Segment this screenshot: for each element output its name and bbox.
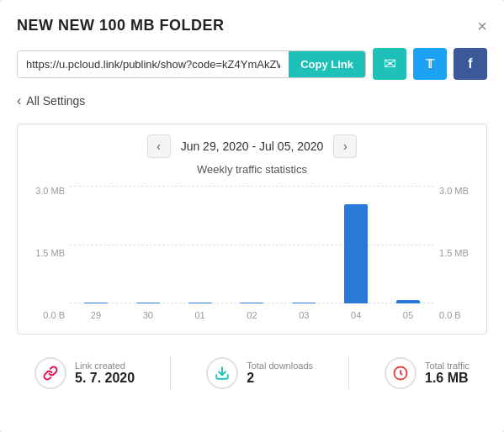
bar-col-03 — [292, 186, 316, 303]
date-range: Jun 29, 2020 - Jul 05, 2020 — [181, 140, 324, 153]
traffic-icon-wrap — [385, 357, 416, 389]
bar-04 — [344, 204, 368, 303]
y-label-mid-left: 1.5 MB — [35, 248, 65, 258]
stat-divider-1 — [170, 356, 171, 390]
back-arrow-icon: ‹ — [17, 93, 21, 108]
back-row[interactable]: ‹ All Settings — [17, 93, 487, 108]
email-icon: ✉ — [384, 55, 396, 73]
stat-divider-2 — [348, 356, 349, 390]
stat-downloads-text: Total downloads 2 — [247, 361, 313, 386]
modal-header: NEW NEW 100 MB FOLDER × — [17, 17, 487, 34]
bar-30 — [136, 303, 160, 303]
bar-05 — [396, 300, 420, 303]
y-label-bot-right: 0.0 B — [439, 310, 461, 320]
facebook-icon: f — [468, 56, 472, 71]
x-labels: 29 30 01 02 03 04 05 — [70, 310, 434, 320]
twitter-icon: 𝕋 — [426, 57, 434, 71]
bar-col-05 — [396, 186, 420, 303]
stat-link-created: Link created 5. 7. 2020 — [34, 357, 135, 389]
email-share-button[interactable]: ✉ — [373, 48, 406, 80]
bar-02 — [240, 303, 263, 303]
bar-01 — [188, 303, 212, 303]
prev-arrow-icon: ‹ — [157, 140, 161, 153]
stat-traffic-text: Total traffic 1.6 MB — [425, 361, 470, 386]
traffic-label: Total traffic — [425, 361, 470, 371]
stats-row: Link created 5. 7. 2020 Total downloads … — [17, 348, 487, 393]
bars-row — [70, 186, 434, 303]
link-input[interactable] — [18, 51, 289, 77]
bar-col-29 — [84, 186, 108, 303]
chart-area: 3.0 MB 1.5 MB 0.0 B — [31, 186, 473, 320]
x-label-30: 30 — [136, 310, 160, 320]
x-label-29: 29 — [84, 310, 108, 320]
x-label-03: 03 — [292, 310, 316, 320]
prev-week-button[interactable]: ‹ — [147, 134, 171, 158]
bar-col-04 — [344, 186, 368, 303]
downloads-label: Total downloads — [247, 361, 313, 371]
y-axis-left: 3.0 MB 1.5 MB 0.0 B — [31, 186, 65, 320]
y-label-mid-right: 1.5 MB — [439, 248, 469, 258]
stat-traffic: Total traffic 1.6 MB — [385, 357, 470, 389]
traffic-icon — [393, 366, 408, 381]
copy-link-button[interactable]: Copy Link — [289, 51, 365, 77]
link-icon — [43, 366, 58, 381]
link-created-value: 5. 7. 2020 — [75, 371, 135, 386]
stat-downloads: Total downloads 2 — [206, 357, 313, 389]
x-label-04: 04 — [344, 310, 368, 320]
y-label-top-left: 3.0 MB — [35, 186, 65, 196]
facebook-share-button[interactable]: f — [454, 48, 487, 80]
next-week-button[interactable]: › — [333, 134, 357, 158]
next-arrow-icon: › — [343, 140, 347, 153]
traffic-value: 1.6 MB — [425, 371, 470, 386]
link-row: Copy Link ✉ 𝕋 f — [17, 48, 487, 80]
stat-link-text: Link created 5. 7. 2020 — [75, 361, 135, 386]
date-nav: ‹ Jun 29, 2020 - Jul 05, 2020 › — [31, 134, 473, 158]
chart-container: ‹ Jun 29, 2020 - Jul 05, 2020 › Weekly t… — [17, 124, 487, 335]
chart-title: Weekly traffic statistics — [31, 163, 473, 176]
downloads-icon-wrap — [206, 357, 238, 389]
chart-inner: 29 30 01 02 03 04 05 — [70, 186, 434, 320]
modal: NEW NEW 100 MB FOLDER × Copy Link ✉ 𝕋 f … — [0, 0, 504, 432]
y-axis-right: 3.0 MB 1.5 MB 0.0 B — [439, 186, 473, 320]
y-label-top-right: 3.0 MB — [439, 186, 469, 196]
x-label-05: 05 — [396, 310, 420, 320]
downloads-value: 2 — [247, 371, 313, 386]
x-label-01: 01 — [188, 310, 212, 320]
bar-col-01 — [188, 186, 212, 303]
bar-col-30 — [136, 186, 160, 303]
bar-col-02 — [240, 186, 263, 303]
twitter-share-button[interactable]: 𝕋 — [413, 48, 447, 80]
back-label: All Settings — [26, 94, 85, 108]
bar-03 — [292, 303, 316, 303]
x-label-02: 02 — [240, 310, 263, 320]
link-created-label: Link created — [75, 361, 135, 371]
modal-title: NEW NEW 100 MB FOLDER — [17, 17, 225, 34]
link-input-wrap: Copy Link — [17, 50, 366, 78]
bar-29 — [84, 303, 108, 303]
download-icon — [215, 366, 230, 381]
y-label-bot-left: 0.0 B — [43, 310, 65, 320]
link-created-icon-wrap — [34, 357, 66, 389]
close-button[interactable]: × — [477, 18, 487, 34]
